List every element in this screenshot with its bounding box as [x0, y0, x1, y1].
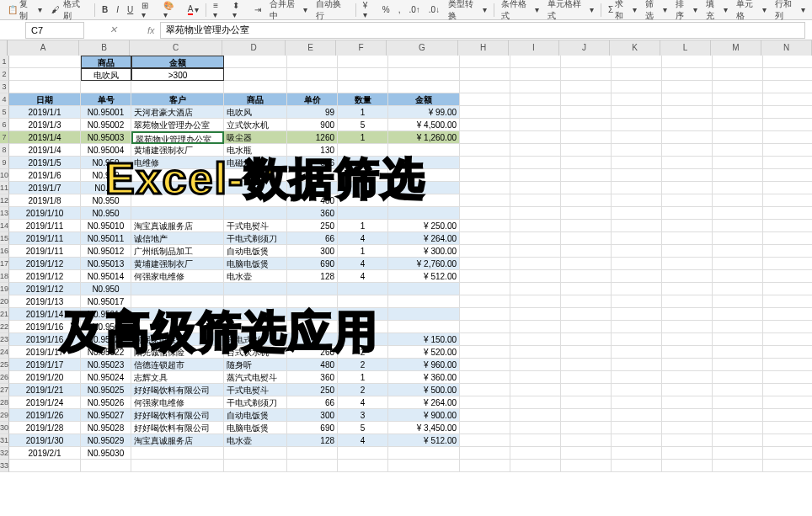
cell[interactable]	[9, 81, 81, 93]
cell[interactable]: 淘宝真诚服务店	[131, 220, 224, 232]
cell[interactable]: N0.95024	[81, 371, 131, 384]
cell[interactable]	[612, 194, 662, 207]
cell[interactable]: 4	[338, 258, 388, 270]
type-convert-button[interactable]: 类型转换 ▾	[445, 0, 489, 24]
cell[interactable]	[713, 207, 763, 220]
cell[interactable]	[388, 207, 460, 220]
cell[interactable]	[460, 207, 510, 220]
filter-button[interactable]: 筛选 ▾	[642, 0, 670, 24]
row-header[interactable]: 24	[0, 346, 9, 359]
indent-button[interactable]: ⇥	[251, 3, 264, 16]
cell[interactable]	[561, 346, 612, 359]
cell[interactable]: 2019/1/12	[9, 270, 81, 283]
cell[interactable]	[510, 321, 561, 333]
cell[interactable]	[763, 434, 812, 447]
row-header[interactable]: 11	[0, 182, 9, 194]
cell[interactable]: 1	[338, 371, 388, 384]
cell[interactable]: 2019/1/4	[9, 144, 81, 157]
cell[interactable]: 何强家电维修	[131, 270, 224, 283]
cell[interactable]: 690	[287, 422, 338, 434]
cell[interactable]	[510, 93, 561, 106]
cell[interactable]: 好好喝饮料有限公司	[131, 422, 224, 434]
cell[interactable]: 300	[287, 245, 338, 258]
table-header[interactable]: 客户	[131, 93, 224, 106]
cell[interactable]	[460, 359, 510, 371]
table-header[interactable]: 金额	[388, 93, 460, 106]
cell[interactable]	[612, 169, 662, 182]
cell[interactable]	[561, 169, 612, 182]
cell[interactable]: 5	[338, 422, 388, 434]
cell[interactable]	[561, 144, 612, 157]
cell[interactable]: N0.95011	[81, 232, 131, 245]
font-color-button[interactable]: A ▾	[184, 3, 203, 17]
cell[interactable]	[612, 81, 662, 93]
cell[interactable]	[287, 56, 338, 68]
cell[interactable]	[460, 396, 510, 409]
cell[interactable]	[561, 157, 612, 169]
cell[interactable]: 电吹风	[81, 68, 131, 81]
cell[interactable]	[460, 447, 510, 460]
col-header-N[interactable]: N	[761, 40, 812, 56]
cell[interactable]: 广州纸制品加工	[131, 245, 224, 258]
cell[interactable]	[510, 106, 561, 119]
cell[interactable]	[460, 434, 510, 447]
fill-color-button[interactable]: 🎨 ▾	[160, 0, 183, 21]
cell[interactable]: ¥ 4,500.00	[388, 119, 460, 131]
cell[interactable]	[612, 258, 662, 270]
cell[interactable]: N0.95013	[81, 258, 131, 270]
cell[interactable]	[713, 283, 763, 295]
cell[interactable]	[510, 283, 561, 295]
row-header[interactable]: 7	[0, 131, 9, 144]
cell[interactable]	[662, 182, 713, 194]
cell[interactable]	[763, 346, 812, 359]
cell[interactable]	[662, 169, 713, 182]
cell[interactable]	[612, 283, 662, 295]
cell[interactable]: N0.95010	[81, 220, 131, 232]
cell[interactable]: 自动电饭煲	[224, 409, 287, 422]
cell[interactable]	[763, 56, 812, 68]
cell[interactable]: 2019/1/11	[9, 220, 81, 232]
cell[interactable]	[662, 144, 713, 157]
cell[interactable]: 2019/1/20	[9, 371, 81, 384]
cell[interactable]	[612, 447, 662, 460]
cell[interactable]	[561, 220, 612, 232]
copy-button[interactable]: 📋复制 ▾	[3, 0, 45, 24]
cell[interactable]	[561, 447, 612, 460]
cell[interactable]: 天河君豪大酒店	[131, 106, 224, 119]
cell[interactable]	[713, 346, 763, 359]
cell[interactable]	[612, 346, 662, 359]
cell[interactable]	[510, 81, 561, 93]
cell[interactable]: 蒸汽式电熨斗	[224, 371, 287, 384]
table-header[interactable]: 单价	[287, 93, 338, 106]
cell[interactable]	[510, 182, 561, 194]
cell[interactable]	[388, 81, 460, 93]
cell[interactable]	[460, 68, 510, 81]
cell[interactable]	[510, 434, 561, 447]
cell[interactable]	[662, 119, 713, 131]
cell[interactable]	[561, 460, 612, 472]
cell[interactable]: N0.950	[81, 207, 131, 220]
table-header[interactable]: 数量	[338, 93, 388, 106]
cell[interactable]	[460, 409, 510, 422]
cell[interactable]: ¥ 1,260.00	[388, 131, 460, 144]
cell[interactable]	[713, 169, 763, 182]
comma-button[interactable]: ,	[395, 3, 404, 16]
cell[interactable]	[612, 182, 662, 194]
cell[interactable]: 900	[287, 119, 338, 131]
row-header[interactable]: 13	[0, 207, 9, 220]
cell[interactable]	[460, 169, 510, 182]
table-header[interactable]: 日期	[9, 93, 81, 106]
cell[interactable]	[662, 207, 713, 220]
currency-button[interactable]: ¥ ▾	[360, 0, 377, 21]
cell[interactable]	[612, 232, 662, 245]
cell[interactable]	[612, 396, 662, 409]
cell[interactable]: 360	[287, 371, 338, 384]
cell[interactable]: 翠苑物业管理办公室	[131, 119, 224, 131]
cell[interactable]	[510, 371, 561, 384]
cell[interactable]: 2019/1/28	[9, 422, 81, 434]
cell[interactable]	[561, 270, 612, 283]
cell[interactable]	[713, 81, 763, 93]
cell[interactable]	[81, 460, 131, 472]
cell[interactable]: 2019/1/21	[9, 384, 81, 396]
cell[interactable]	[9, 460, 81, 472]
